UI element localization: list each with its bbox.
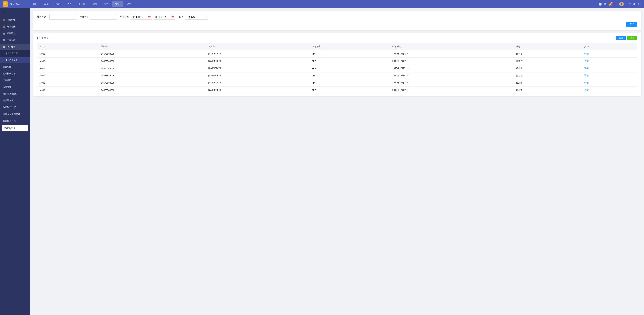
nav-item-路外[interactable]: 路外	[64, 1, 75, 7]
col-header-操作: 操作	[582, 43, 637, 50]
export-button[interactable]: 导出	[628, 36, 637, 40]
sidebar-label-e-invoice: 电子发票	[7, 45, 16, 48]
notification-icon[interactable]: 🔔 0	[609, 2, 612, 6]
table-row: yt00118675588888陕A F822671APP2017年12月31日…	[37, 79, 637, 86]
sidebar-item-bill-flow[interactable]: 📋 账单流水	[0, 30, 30, 37]
recharge-icon: 💰	[3, 26, 6, 28]
table-header-row: 姓名手机号车牌号申请方式申请时间状态操作	[37, 43, 637, 50]
status-select[interactable]: --请选择-- 待审核 未通过 使用中 已过期	[184, 14, 208, 20]
table-row: yt00118675588888陕A F822671APP2017年12月31日…	[37, 65, 637, 72]
sidebar-item-consumption[interactable]: 💳 消费对账 ›	[0, 16, 30, 23]
cell-车牌号-0: 陕A F822671	[206, 50, 309, 58]
invoice-no-label: 发票号码：	[37, 15, 48, 18]
query-button[interactable]: 查询	[626, 22, 637, 27]
sidebar-label-invoice-mgmt: 发票管理	[7, 38, 16, 42]
action-detail-3[interactable]: 详情	[584, 74, 589, 77]
cell-姓名-4: yt001	[37, 79, 98, 86]
user-name: 三位一体测试...	[626, 2, 641, 6]
cell-action-3: 详情	[582, 72, 637, 79]
cell-申请时间-0: 2017年12月31日	[390, 50, 513, 58]
action-detail-0[interactable]: 详情	[584, 52, 589, 55]
cell-姓名-5: yt001	[37, 86, 98, 94]
sidebar-item-changan-reconcile[interactable]: 长安通对账	[0, 97, 30, 104]
nav-item-大屏[interactable]: 大屏	[30, 1, 40, 7]
cell-申请方式-5: APP	[309, 86, 390, 94]
table-row: yt00118675588888陕A F822671APP2017年12月31日…	[37, 86, 637, 94]
apply-time-label: 申请时间	[120, 15, 129, 18]
col-header-手机号: 手机号	[98, 43, 205, 50]
sidebar-item-backend[interactable]: 后台扎账	[0, 84, 30, 90]
nav-item-服务[interactable]: 服务	[101, 1, 112, 7]
nav-item-路内[interactable]: 路内	[52, 1, 64, 7]
cell-手机号-0: 18675588888	[98, 50, 205, 58]
new-button[interactable]: 新建	[616, 36, 626, 40]
sidebar-item-mifeng[interactable]: 蜜蜂报表迁移 ›	[0, 70, 30, 77]
cell-申请时间-2: 2017年12月31日	[390, 65, 513, 72]
cell-action-1: 详情	[582, 58, 637, 65]
calendar-start-icon: 📅	[148, 16, 151, 18]
cell-车牌号-5: 陕A F822671	[206, 86, 309, 94]
cell-action-5: 详情	[582, 86, 637, 94]
cell-车牌号-4: 陕A F822671	[206, 79, 309, 86]
table-row: yt00118675588888陕A F822671APP2017年12月31日…	[37, 72, 637, 79]
clock-icon[interactable]: 🕐	[598, 2, 602, 6]
nav-item-充电桩[interactable]: 充电桩	[76, 1, 89, 7]
calendar-end-icon: 📅	[171, 16, 174, 18]
sidebar-label-xian-bank: 西安银行对账	[3, 106, 16, 109]
sidebar-item-recharge[interactable]: 💰 充值对账	[0, 23, 30, 30]
cell-手机号-3: 18675588888	[98, 72, 205, 79]
chevron-down-icon: ∨	[26, 46, 28, 48]
cell-申请时间-4: 2017年12月31日	[390, 79, 513, 86]
sidebar-label-collector-stats: 收费员日报表统计	[3, 112, 20, 116]
nav-item-运营[interactable]: 运营	[89, 1, 100, 7]
action-detail-2[interactable]: 详情	[584, 67, 589, 70]
hamburger-icon[interactable]: ☰	[0, 10, 30, 16]
sidebar-item-invoice-mgmt[interactable]: 🧾 发票管理	[0, 37, 30, 44]
grid-icon[interactable]: ⊞	[604, 2, 606, 6]
date-end-input[interactable]	[155, 16, 170, 18]
filter-group-status: 状态 --请选择-- 待审核 未通过 使用中 已过期	[179, 14, 208, 20]
main-layout: ☰ 💳 消费对账 › 💰 充值对账 📋 账单流水 🧾 发票管理	[0, 8, 644, 315]
sidebar-item-bank-flow[interactable]: 银联流水-合肥	[0, 90, 30, 97]
sidebar-item-e-invoice[interactable]: 📄 电子发票 ∨	[0, 44, 30, 50]
phone-input[interactable]	[90, 14, 117, 20]
nav-items: 大屏总览路内路外充电桩运营服务财务设置	[30, 1, 598, 7]
sidebar-item-new-energy[interactable]: 新能源审核	[2, 125, 28, 131]
date-start-input[interactable]	[132, 16, 147, 18]
cell-状态-0: 待审核	[513, 50, 582, 58]
action-detail-4[interactable]: 详情	[584, 82, 589, 84]
sidebar-item-road-inner[interactable]: 路内电子发票	[0, 50, 30, 57]
status-label: 状态	[179, 15, 183, 18]
avatar: 👤	[619, 2, 624, 6]
cell-申请方式-1: APP	[309, 58, 390, 65]
action-detail-1[interactable]: 详情	[584, 60, 589, 62]
nav-item-总览[interactable]: 总览	[41, 1, 52, 7]
cell-申请时间-5: 2017年12月31日	[390, 86, 513, 94]
action-detail-5[interactable]: 详情	[584, 89, 589, 91]
filter-card: 发票号码： 手机号： 申请时间 📅 📅	[33, 11, 641, 30]
sidebar-item-road-outer[interactable]: 路外电子发票	[0, 57, 30, 64]
table-head: 姓名手机号车牌号申请方式申请时间状态操作	[37, 43, 637, 50]
chevron-right-mifeng-icon: ›	[27, 73, 28, 74]
filter-row: 发票号码： 手机号： 申请时间 📅 📅	[37, 14, 637, 20]
col-header-申请时间: 申请时间	[390, 43, 513, 50]
logo-area: 停 西安停车	[3, 1, 30, 7]
cell-手机号-4: 18675588888	[98, 79, 205, 86]
nav-item-财务[interactable]: 财务	[112, 1, 123, 7]
sidebar-item-cash[interactable]: 现金对账	[0, 64, 30, 70]
sidebar-item-collector-stats[interactable]: 收费员日报表统计	[0, 110, 30, 117]
invoice-no-input[interactable]	[50, 14, 76, 20]
sidebar-item-changan-parking[interactable]: 长安停车对账	[0, 117, 30, 124]
sidebar-item-xian-bank[interactable]: 西安银行对账	[0, 104, 30, 110]
cell-手机号-1: 18675588888	[98, 58, 205, 65]
sidebar-item-invoice-collect[interactable]: 发票领取	[0, 77, 30, 84]
cell-状态-4: 使用中	[513, 79, 582, 86]
sidebar-sub-einvoice: 路内电子发票 路外电子发票	[0, 50, 30, 64]
menu-list-icon[interactable]: ☰	[614, 2, 617, 6]
cell-手机号-5: 18675588888	[98, 86, 205, 94]
col-header-申请方式: 申请方式	[309, 43, 390, 50]
nav-item-设置[interactable]: 设置	[124, 1, 134, 7]
cell-状态-2: 使用中	[513, 65, 582, 72]
table-title-text: 电子发票	[39, 36, 48, 40]
sidebar-label-consumption: 消费对账	[7, 18, 16, 22]
